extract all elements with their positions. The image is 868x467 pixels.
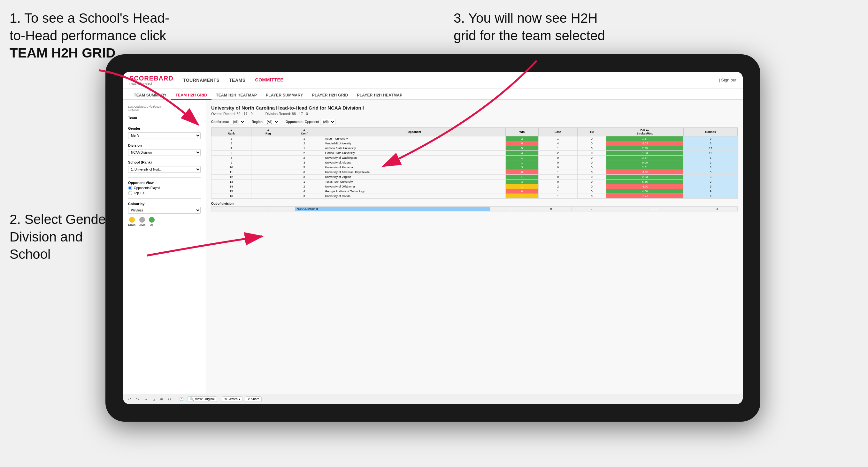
cell-tie: 0 — [577, 156, 606, 160]
out-div-school: NCAA Division II — [295, 207, 490, 212]
clock-btn[interactable]: 🕐 — [178, 396, 185, 402]
cell-reg — [251, 184, 285, 189]
cell-tie: 0 — [577, 170, 606, 175]
cell-reg — [251, 151, 285, 156]
table-row: 16 3 University of Florida 1 1 0 -6.42 9 — [212, 194, 738, 199]
view-label[interactable]: 🔍 View: Original — [188, 396, 217, 402]
cell-win: 0 — [505, 141, 539, 146]
nav-teams[interactable]: TEAMS — [229, 76, 246, 84]
redo-btn[interactable]: ↪ — [135, 396, 140, 402]
subnav-player-summary[interactable]: PLAYER SUMMARY — [261, 91, 308, 100]
opponent-select[interactable]: (All) — [320, 119, 336, 125]
cell-conf: 2 — [285, 184, 323, 189]
cell-win: 1 — [505, 175, 539, 180]
out-of-division-label: Out of division — [211, 202, 738, 206]
cell-diff: 2.61 — [606, 165, 683, 170]
zoom-out-btn[interactable]: ⊖ — [167, 396, 172, 402]
cell-rounds: 3 — [684, 175, 738, 180]
cell-rank: 15 — [212, 189, 251, 194]
cell-win: 2 — [505, 136, 539, 141]
cell-conf: 2 — [285, 141, 323, 146]
region-select[interactable]: (All) — [264, 119, 279, 125]
table-row: 14 2 University of Oklahoma 1 2 0 -1.00 … — [212, 184, 738, 189]
cell-conf: 5 — [285, 165, 323, 170]
cell-reg — [251, 180, 285, 184]
cell-rank: 8 — [212, 156, 251, 160]
cell-rank: 4 — [212, 146, 251, 151]
school-select[interactable]: 1. University of Nort... — [128, 166, 200, 173]
cell-reg — [251, 189, 285, 194]
cell-opponent: University of Alabama — [323, 165, 505, 170]
last-updated: Last Updated: 27/03/2024 16:55:38 — [128, 105, 200, 112]
cell-rank: 11 — [212, 170, 251, 175]
undo-btn[interactable]: ↩ — [127, 396, 132, 402]
logo-sub: Powered by clippi — [129, 82, 152, 85]
cell-win: 4 — [505, 151, 539, 156]
colour-label: Colour by — [128, 202, 200, 206]
cell-opponent: University of Washington — [323, 156, 505, 160]
cell-rounds: 9 — [684, 189, 738, 194]
cell-rank: 16 — [212, 194, 251, 199]
cell-opponent: University of Oklahoma — [323, 184, 505, 189]
nav-items: TOURNAMENTS TEAMS COMMITTEE — [183, 76, 283, 84]
radio-top100[interactable]: Top 100 — [128, 191, 200, 195]
out-div-conf — [267, 207, 295, 212]
out-div-reg — [239, 207, 267, 212]
cell-reg — [251, 170, 285, 175]
cell-loss: 1 — [539, 189, 577, 194]
subnav-team-h2h-grid[interactable]: TEAM H2H GRID — [171, 91, 212, 100]
sign-out[interactable]: | Sign out — [719, 77, 736, 83]
cell-diff: 2.33 — [606, 175, 683, 180]
dot-down: Down — [128, 217, 135, 226]
gender-label: Gender — [128, 126, 200, 130]
logo-text: SCOREBARD — [129, 75, 174, 82]
sub-nav: TEAM SUMMARY TEAM H2H GRID TEAM H2H HEAT… — [123, 89, 743, 100]
cell-conf: 3 — [285, 160, 323, 165]
forward-btn[interactable]: → — [143, 397, 149, 402]
home-btn[interactable]: ⌂ — [151, 397, 156, 402]
cell-opponent: Arizona State University — [323, 146, 505, 151]
out-div-loss: 0 — [531, 207, 571, 212]
subnav-team-h2h-heatmap[interactable]: TEAM H2H HEATMAP — [212, 91, 261, 100]
cell-loss: 0 — [539, 175, 577, 180]
grid-title: University of North Carolina Head-to-Hea… — [211, 105, 738, 111]
col-reg: #Reg — [251, 128, 285, 136]
cell-tie: 0 — [577, 141, 606, 146]
watch-btn[interactable]: 👁 Watch ▾ — [222, 396, 243, 402]
cell-tie: 0 — [577, 160, 606, 165]
cell-rank: 2 — [212, 136, 251, 141]
cell-conf: 1 — [285, 136, 323, 141]
cell-loss: 2 — [539, 184, 577, 189]
cell-loss: 1 — [539, 136, 577, 141]
grid-panel: University of North Carolina Head-to-Hea… — [206, 100, 743, 394]
radio-group: Opponents Played Top 100 — [128, 186, 200, 195]
step1-bold: TEAM H2H GRID — [9, 45, 115, 60]
share-btn[interactable]: ↗ Share — [245, 396, 262, 402]
table-row: 15 4 Georgia Institute of Technology 0 1… — [212, 189, 738, 194]
cell-rounds: 3 — [684, 170, 738, 175]
records-row: Overall Record: 89 - 17 - 0 Division Rec… — [211, 112, 738, 116]
col-conf: #Conf — [285, 128, 323, 136]
team-label: Team — [128, 116, 200, 120]
nav-committee[interactable]: COMMITTEE — [255, 76, 284, 84]
cell-conf: 6 — [285, 170, 323, 175]
radio-opponents-played[interactable]: Opponents Played — [128, 186, 200, 190]
gender-select[interactable]: Men's — [128, 132, 200, 139]
table-row: 4 1 Arizona State University 5 1 0 2.29 … — [212, 146, 738, 151]
subnav-player-h2h-grid[interactable]: PLAYER H2H GRID — [308, 91, 353, 100]
colour-select[interactable]: Win/loss — [128, 207, 200, 214]
cell-rounds: 2 — [684, 160, 738, 165]
division-select[interactable]: NCAA Division I — [128, 149, 200, 156]
region-filter: Region (All) — [252, 119, 279, 125]
table-row: 11 6 University of Arkansas, Fayettevill… — [212, 170, 738, 175]
conference-select[interactable]: (All) — [230, 119, 245, 125]
subnav-player-h2h-heatmap[interactable]: PLAYER H2H HEATMAP — [352, 91, 407, 100]
cell-win: 0 — [505, 189, 539, 194]
nav-tournaments[interactable]: TOURNAMENTS — [183, 76, 219, 84]
zoom-in-btn[interactable]: ⊕ — [159, 396, 164, 402]
cell-tie: 0 — [577, 194, 606, 199]
cell-loss: 4 — [539, 141, 577, 146]
cell-loss: 0 — [539, 165, 577, 170]
subnav-team-summary[interactable]: TEAM SUMMARY — [129, 91, 171, 100]
cell-opponent: University of Virginia — [323, 175, 505, 180]
